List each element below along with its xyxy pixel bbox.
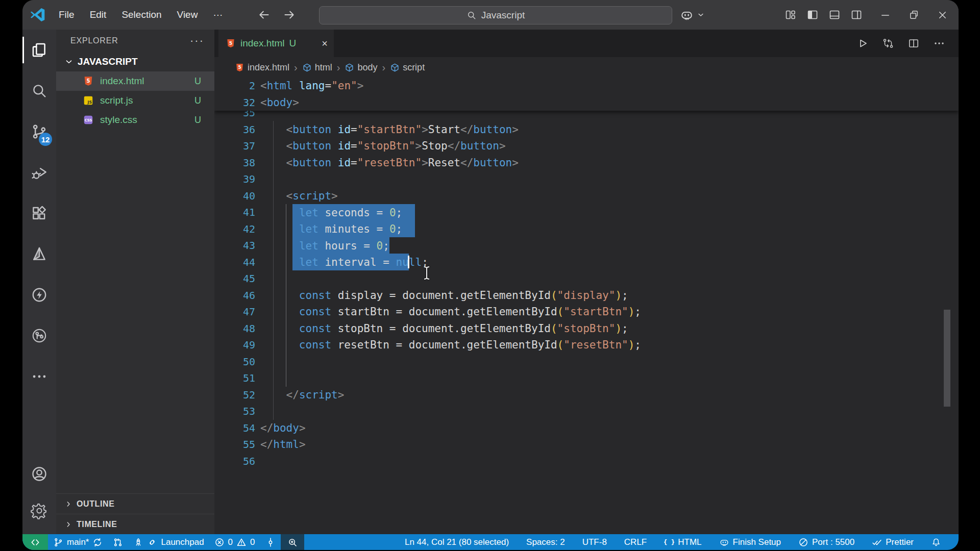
line-number[interactable]: 49	[214, 337, 255, 354]
activity-settings[interactable]	[22, 492, 56, 529]
breadcrumb-item-indexhtml[interactable]: 5index.html	[235, 62, 289, 73]
menu-bar: FileEditSelectionView	[51, 9, 205, 20]
line-number[interactable]: 2	[214, 78, 255, 94]
arrow-right-icon[interactable]	[282, 8, 296, 21]
menu-file[interactable]: File	[51, 9, 82, 20]
activity-prism[interactable]	[22, 234, 56, 274]
line-number[interactable]: 43	[214, 237, 255, 254]
status-zoom[interactable]	[281, 534, 304, 550]
line-number[interactable]: 56	[214, 453, 255, 470]
panel-bottom-icon[interactable]	[828, 9, 841, 21]
minimize-icon[interactable]	[879, 9, 891, 21]
status-commit[interactable]	[260, 534, 281, 550]
restore-icon[interactable]	[908, 9, 920, 21]
file-style.css[interactable]: CSSstyle.cssU	[56, 110, 214, 130]
file-script.js[interactable]: JSscript.jsU	[56, 91, 214, 110]
menu-selection[interactable]: Selection	[114, 9, 169, 20]
section-outline[interactable]: OUTLINE	[56, 493, 214, 514]
sidebar-left-icon[interactable]	[806, 9, 819, 21]
line-number[interactable]: 48	[214, 320, 255, 337]
activity-live-share[interactable]	[22, 315, 56, 356]
status-notifications[interactable]	[926, 534, 946, 550]
line-number[interactable]: 50	[214, 354, 255, 370]
breadcrumb-item-body[interactable]: body	[345, 62, 377, 73]
status-remote[interactable]	[22, 534, 48, 550]
sidebar-sections: OUTLINETIMELINE	[56, 493, 214, 534]
customize-layout-icon[interactable]	[785, 9, 797, 21]
open-changes-icon[interactable]	[882, 37, 894, 49]
sidebar-right-icon[interactable]	[850, 9, 863, 21]
run-icon[interactable]	[856, 37, 869, 49]
status-launchpad[interactable]: Launchpad	[128, 534, 209, 550]
explorer-more-button[interactable]: ···	[190, 34, 204, 47]
status-prettier[interactable]: Prettier	[867, 534, 919, 550]
code-text	[255, 453, 260, 470]
status-problems[interactable]: 00	[209, 534, 260, 550]
ellipsis-icon[interactable]	[933, 37, 945, 49]
activity-run-debug[interactable]	[22, 152, 56, 193]
status-compare-changes[interactable]	[108, 534, 128, 550]
copilot-menu[interactable]	[680, 0, 705, 30]
symbol-cube-icon	[390, 63, 400, 72]
file-index.html[interactable]: 5index.htmlU	[56, 71, 214, 91]
tab-close-icon[interactable]: ×	[322, 38, 328, 49]
line-number[interactable]: 38	[214, 155, 255, 171]
code-text	[255, 403, 260, 420]
remote-icon	[30, 537, 40, 547]
status-indentation[interactable]: Spaces: 2	[521, 534, 570, 550]
activity-more[interactable]	[22, 356, 56, 397]
gear-icon	[31, 502, 48, 519]
activity-explorer[interactable]	[22, 30, 56, 70]
line-number[interactable]: 44	[214, 254, 255, 271]
activity-accounts[interactable]	[22, 456, 56, 492]
arrow-left-icon[interactable]	[258, 8, 271, 21]
section-timeline[interactable]: TIMELINE	[56, 514, 214, 534]
line-number[interactable]: 42	[214, 221, 255, 238]
status-live-server-port[interactable]: Port : 5500	[793, 534, 860, 550]
code-line: 55</html>	[214, 436, 959, 453]
line-number[interactable]: 47	[214, 304, 255, 320]
status-branch[interactable]: main*	[48, 534, 108, 550]
breadcrumb-item-html[interactable]: html	[302, 62, 332, 73]
folder-label: JAVASCRIPT	[78, 56, 138, 67]
code-text: <button id="stopBtn">Stop</button>	[255, 138, 506, 155]
breadcrumb-item-script[interactable]: script	[390, 62, 425, 73]
status-label: Ln 44, Col 21 (80 selected)	[405, 537, 509, 547]
activity-source-control[interactable]: 12	[22, 111, 56, 152]
activity-thunder-client[interactable]	[22, 274, 56, 315]
line-number[interactable]: 55	[214, 436, 255, 453]
zap-circle-icon	[31, 286, 48, 304]
status-language-mode[interactable]: { }HTML	[659, 534, 706, 550]
close-icon[interactable]	[937, 9, 948, 21]
line-number[interactable]: 52	[214, 387, 255, 404]
code-editor[interactable]: 3536 <button id="startBtn">Start</button…	[214, 78, 959, 534]
line-number[interactable]: 39	[214, 171, 255, 188]
line-number[interactable]: 54	[214, 420, 255, 437]
line-number[interactable]: 41	[214, 204, 255, 221]
symbol-cube-icon	[302, 63, 312, 72]
line-number[interactable]: 53	[214, 403, 255, 420]
status-eol[interactable]: CRLF	[619, 534, 652, 550]
line-number[interactable]: 46	[214, 287, 255, 304]
line-number[interactable]: 51	[214, 370, 255, 387]
code-line: 46 const display = document.getElementBy…	[214, 287, 959, 304]
status-encoding[interactable]: UTF-8	[577, 534, 612, 550]
line-number[interactable]: 32	[214, 94, 255, 111]
menu-more-button[interactable]: ···	[205, 9, 230, 20]
folder-javascript[interactable]: JAVASCRIPT	[56, 52, 214, 71]
split-editor-icon[interactable]	[908, 37, 920, 49]
search-icon	[31, 82, 48, 99]
line-number[interactable]: 45	[214, 270, 255, 287]
scrollbar-thumb[interactable]	[944, 310, 950, 407]
line-number[interactable]: 40	[214, 188, 255, 205]
activity-search[interactable]	[22, 70, 56, 111]
activity-extensions[interactable]	[22, 193, 56, 234]
status-cursor-position[interactable]: Ln 44, Col 21 (80 selected)	[400, 534, 514, 550]
command-center-search[interactable]: Javascript	[319, 6, 672, 24]
line-number[interactable]: 36	[214, 121, 255, 138]
tab-index-html[interactable]: 5 index.html U ×	[218, 30, 334, 57]
menu-view[interactable]: View	[169, 9, 206, 20]
menu-edit[interactable]: Edit	[82, 9, 114, 20]
line-number[interactable]: 37	[214, 138, 255, 155]
status-copilot-setup[interactable]: Finish Setup	[714, 534, 787, 550]
